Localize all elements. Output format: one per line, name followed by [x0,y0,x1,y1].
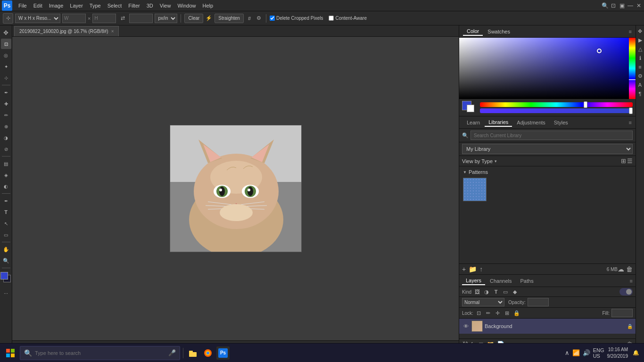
shape-tool[interactable]: ▭ [1,230,11,240]
start-button[interactable] [3,346,18,361]
delete-library-icon[interactable]: 🗑 [626,265,633,273]
add-library-icon[interactable]: + [462,265,466,273]
clear-button[interactable]: Clear [184,14,203,23]
dodge-tool[interactable]: ◐ [1,181,11,191]
clone-tool[interactable]: ⊕ [1,121,11,132]
color-panel-menu-icon[interactable]: ≡ [629,29,632,34]
paths-tab[interactable]: Paths [517,277,537,285]
content-aware-checkbox[interactable] [329,16,334,21]
swatches-tab[interactable]: Swatches [484,28,514,35]
pattern-item-1[interactable] [463,178,487,201]
menu-edit[interactable]: Edit [30,2,46,9]
patterns-section-header[interactable]: ▼ Patterns [461,168,634,176]
path-select-tool[interactable]: ↖ [1,218,11,229]
grid-icon[interactable]: # [246,15,253,22]
menu-image[interactable]: Image [46,2,67,9]
hue-spectrum-bar[interactable] [629,38,636,99]
menu-3d[interactable]: 3D [143,2,157,9]
move-tool[interactable]: ✥ [1,27,11,38]
libraries-tab[interactable]: Libraries [485,118,512,127]
heal-tool[interactable]: ✚ [1,99,11,109]
library-select[interactable]: My Library [462,144,633,154]
folder-icon[interactable]: 📁 [469,265,477,273]
rmt-layers-icon[interactable]: ≡ [636,63,644,71]
maximize-icon[interactable]: ▣ [619,2,625,9]
tray-up-arrow-icon[interactable]: ∧ [565,349,570,356]
menu-select[interactable]: Select [104,2,125,9]
cloud-icon[interactable]: ☁ [618,265,624,273]
crop-tool[interactable]: ⊹ [1,73,11,83]
upload-icon[interactable]: ↑ [479,265,483,273]
type-tool[interactable]: T [1,207,11,217]
adjustments-tab[interactable]: Adjustments [513,119,549,126]
learn-tab[interactable]: Learn [463,119,484,126]
blend-mode-select[interactable]: Normal [462,298,504,306]
grid-view-icon[interactable]: ⊞ [621,157,626,165]
minimize-icon[interactable]: — [627,2,634,9]
gradient-tool[interactable]: ▤ [1,158,11,169]
resolution-input[interactable] [129,14,153,23]
zoom-tool[interactable]: 🔍 [1,255,11,266]
crop-options-dropdown[interactable]: W x H x Reso... [15,14,60,23]
taskbar-browser[interactable] [201,346,215,360]
straighten-button[interactable]: Straighten [215,14,244,23]
brush-tool[interactable]: ✏ [1,110,11,120]
units-dropdown[interactable]: px/in [155,14,177,23]
layer-visibility-icon[interactable]: 👁 [462,322,470,330]
taskbar-file-explorer[interactable] [186,346,199,360]
quick-select-tool[interactable]: ✦ [1,61,11,72]
volume-icon[interactable]: 🔊 [583,349,590,356]
rmt-settings-icon[interactable]: ⚙ [636,72,644,80]
menu-filter[interactable]: Filter [125,2,143,9]
filter-adjust-icon[interactable]: ◑ [483,288,490,296]
filter-type-icon[interactable]: T [492,288,500,296]
search-icon[interactable]: 🔍 [602,2,608,9]
color-tab[interactable]: Color [463,27,483,36]
list-view-icon[interactable]: ☰ [627,157,633,165]
filter-pixel-icon[interactable]: 🖼 [473,288,481,296]
lock-pixels-icon[interactable]: ⊡ [475,309,483,317]
window-icon[interactable]: ⊡ [610,2,617,9]
layers-tab[interactable]: Layers [462,277,485,285]
eraser-tool[interactable]: ⊘ [1,144,11,154]
pen-tool[interactable]: ✒ [1,196,11,206]
close-tab-icon[interactable]: × [111,29,114,34]
library-search-input[interactable] [471,131,633,140]
rmt-move-icon[interactable]: ✥ [636,27,644,35]
menu-view[interactable]: View [157,2,174,9]
hand-tool[interactable]: ✋ [1,244,11,255]
foreground-color-swatch[interactable] [0,272,8,280]
view-by-chevron[interactable]: ▾ [495,159,497,164]
close-window-icon[interactable]: ✕ [636,2,642,9]
taskbar-mic-icon[interactable]: 🎤 [168,349,176,356]
taskbar-search-input[interactable] [35,350,165,356]
filter-shape-icon[interactable]: ▭ [502,288,509,296]
canvas-wrapper[interactable] [12,37,459,340]
menu-file[interactable]: File [15,2,30,9]
rmt-triangle-icon[interactable]: △ [636,45,644,53]
styles-tab[interactable]: Styles [550,119,572,126]
opacity-input[interactable]: 100% [528,298,549,306]
rmt-play-icon[interactable]: ▶ [636,36,644,44]
alpha-slider[interactable] [480,108,633,113]
settings-icon[interactable]: ⚙ [255,15,263,22]
hue-slider[interactable] [480,102,633,107]
history-tool[interactable]: ◑ [1,132,11,143]
width-input[interactable] [62,14,86,23]
taskbar-search-box[interactable]: 🔍 🎤 [20,346,180,360]
document-tab[interactable]: 20190822_160020.jpg @ 16.7% (RGB/8#) × [14,26,119,36]
menu-window[interactable]: Window [174,2,199,9]
lock-paint-icon[interactable]: ✏ [485,309,492,317]
lock-all-icon[interactable]: 🔒 [513,309,520,317]
marquee-tool[interactable]: ⊡ [1,39,11,49]
menu-type[interactable]: Type [86,2,104,9]
taskbar-ps-app[interactable]: Ps [216,346,230,360]
blur-tool[interactable]: ◈ [1,170,11,180]
fill-input[interactable]: 100% [611,309,633,317]
background-layer-row[interactable]: 👁 Background 🔒 [459,319,636,334]
lock-artboard-icon[interactable]: ⊞ [504,309,511,317]
taskbar-clock[interactable]: 10:16 AM 9/20/2019 [607,346,628,360]
layers-panel-menu-icon[interactable]: ≡ [630,278,633,284]
straighten-icon[interactable]: ⚡ [205,15,213,22]
lasso-tool[interactable]: ◎ [1,50,11,60]
